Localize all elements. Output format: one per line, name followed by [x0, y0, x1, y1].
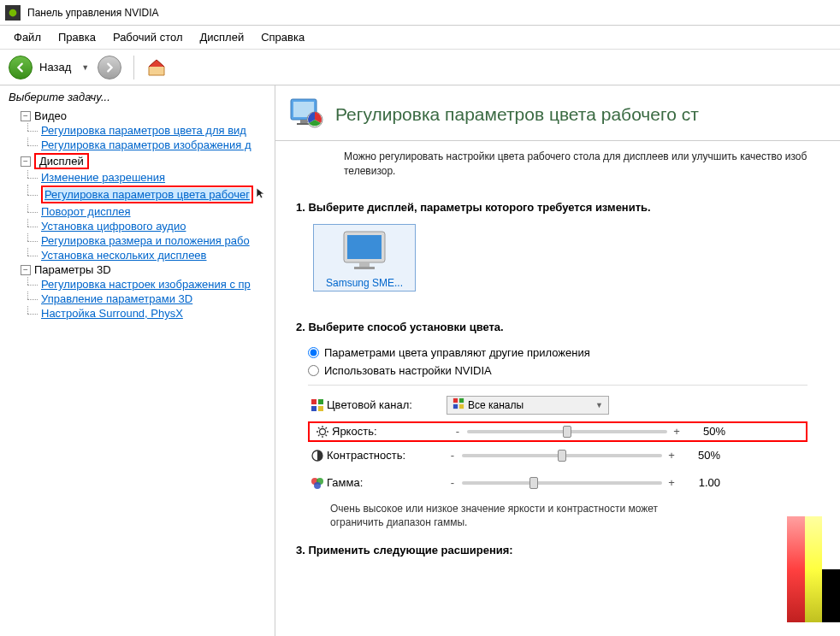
brightness-value: 50%: [683, 425, 725, 438]
tree-item[interactable]: Управление параметрами 3D: [3, 292, 271, 306]
monitor-label: Samsung SME...: [326, 277, 403, 289]
toolbar: Назад ▼: [0, 50, 840, 85]
tree-item[interactable]: Поворот дисплея: [3, 204, 271, 219]
svg-rect-3: [300, 120, 307, 123]
contrast-slider[interactable]: - + 50%: [447, 449, 720, 462]
page-description: Можно регулировать настройки цвета рабоч…: [275, 141, 840, 191]
svg-rect-7: [347, 235, 382, 259]
contrast-icon: [308, 449, 327, 462]
content-area: Выберите задачу... − Видео Регулировка п…: [0, 85, 840, 636]
tree-item[interactable]: Регулировка размера и положения рабо: [3, 233, 271, 248]
svg-line-26: [326, 427, 328, 429]
back-dropdown-icon[interactable]: ▼: [78, 63, 92, 72]
channel-icon-small: [453, 398, 464, 412]
brightness-slider[interactable]: - + 50%: [452, 425, 725, 438]
color-preview: [787, 516, 840, 636]
svg-line-25: [318, 434, 320, 436]
svg-rect-10: [311, 399, 316, 404]
tree-item[interactable]: Регулировка параметров изображения д: [3, 138, 271, 152]
titlebar: Панель управления NVIDIA: [0, 0, 840, 26]
radio-other-apps-input[interactable]: [308, 347, 319, 358]
svg-rect-12: [311, 406, 316, 411]
menu-help[interactable]: Справка: [254, 29, 311, 45]
tree-item[interactable]: Изменение разрешения: [3, 170, 271, 185]
menubar: Файл Правка Рабочий стол Дисплей Справка: [0, 26, 840, 50]
channel-dropdown[interactable]: Все каналы ▼: [447, 396, 609, 415]
svg-line-24: [326, 434, 328, 436]
collapse-icon[interactable]: −: [21, 111, 31, 121]
svg-point-0: [9, 9, 17, 16]
back-button[interactable]: [9, 56, 33, 80]
chevron-down-icon: ▼: [595, 401, 603, 409]
home-button[interactable]: [146, 57, 167, 78]
menu-display[interactable]: Дисплей: [193, 29, 251, 45]
gamma-slider[interactable]: - + 1.00: [447, 476, 720, 489]
toolbar-separator: [133, 56, 134, 80]
svg-rect-16: [453, 404, 458, 409]
svg-rect-17: [459, 404, 464, 409]
step3-title: 3. Применить следующие расширения:: [296, 544, 819, 556]
tree-item[interactable]: Установка нескольких дисплеев: [3, 248, 271, 262]
brightness-icon: [313, 425, 332, 439]
radio-nvidia-input[interactable]: [308, 365, 319, 376]
svg-line-23: [318, 427, 320, 429]
radio-nvidia[interactable]: Использовать настройки NVIDIA: [308, 362, 819, 380]
step1-title: 1. Выберите дисплей, параметры которого …: [296, 201, 819, 214]
tree-item[interactable]: Регулировка настроек изображения с пр: [3, 277, 271, 292]
gamma-row: Гамма: - + 1.00: [308, 469, 807, 497]
svg-rect-8: [359, 262, 370, 267]
svg-rect-9: [354, 267, 375, 269]
forward-button[interactable]: [98, 56, 121, 80]
task-sidebar: Выберите задачу... − Видео Регулировка п…: [0, 85, 275, 636]
radio-other-apps[interactable]: Параметрами цвета управляют другие прило…: [308, 344, 819, 362]
tree-item[interactable]: Регулировка параметров цвета для вид: [3, 123, 271, 138]
svg-point-30: [314, 482, 321, 489]
cursor-icon: [255, 186, 269, 203]
gamma-icon: [308, 476, 327, 490]
nvidia-icon: [5, 5, 21, 21]
color-channel-row: Цветовой канал: Все каналы ▼: [308, 389, 807, 421]
gamma-value: 1.00: [677, 476, 720, 489]
main-header: Регулировка параметров цвета рабочего ст: [275, 85, 840, 141]
menu-file[interactable]: Файл: [7, 29, 48, 45]
tree-group-3d[interactable]: − Параметры 3D: [3, 262, 271, 277]
menu-edit[interactable]: Правка: [51, 29, 103, 45]
contrast-row: Контрастность: - + 50%: [308, 442, 807, 469]
channel-icon: [308, 398, 327, 412]
monitor-selector[interactable]: Samsung SME...: [313, 224, 416, 292]
tree-item[interactable]: Установка цифрового аудио: [3, 219, 271, 233]
window-title: Панель управления NVIDIA: [27, 7, 159, 19]
sidebar-header: Выберите задачу...: [0, 85, 275, 109]
brightness-row: Яркость: - + 50%: [308, 421, 807, 442]
tree-group-display[interactable]: − Дисплей: [3, 152, 271, 170]
collapse-icon[interactable]: −: [21, 156, 31, 167]
collapse-icon[interactable]: −: [21, 265, 31, 275]
tree-group-video[interactable]: − Видео: [3, 109, 271, 123]
settings-panel: 1. Выберите дисплей, параметры которого …: [287, 191, 828, 578]
step2-title: 2. Выберите способ установки цвета.: [296, 321, 819, 333]
svg-rect-15: [459, 398, 464, 403]
main-panel: Регулировка параметров цвета рабочего ст…: [275, 85, 840, 636]
back-label: Назад: [39, 61, 71, 74]
color-settings-group: Цветовой канал: Все каналы ▼: [308, 385, 807, 531]
svg-point-18: [320, 428, 326, 434]
settings-note: Очень высокое или низкое значение яркост…: [330, 502, 707, 531]
monitor-color-icon: [289, 96, 327, 133]
contrast-value: 50%: [677, 449, 720, 462]
task-tree: − Видео Регулировка параметров цвета для…: [0, 109, 275, 321]
svg-rect-14: [453, 398, 458, 403]
menu-desktop[interactable]: Рабочий стол: [106, 29, 190, 45]
svg-rect-11: [318, 399, 323, 404]
svg-rect-13: [318, 406, 323, 411]
tree-item-selected[interactable]: Регулировка параметров цвета рабочег: [3, 185, 271, 204]
page-title: Регулировка параметров цвета рабочего ст: [335, 104, 699, 125]
tree-item[interactable]: Настройка Surround, PhysX: [3, 306, 271, 321]
